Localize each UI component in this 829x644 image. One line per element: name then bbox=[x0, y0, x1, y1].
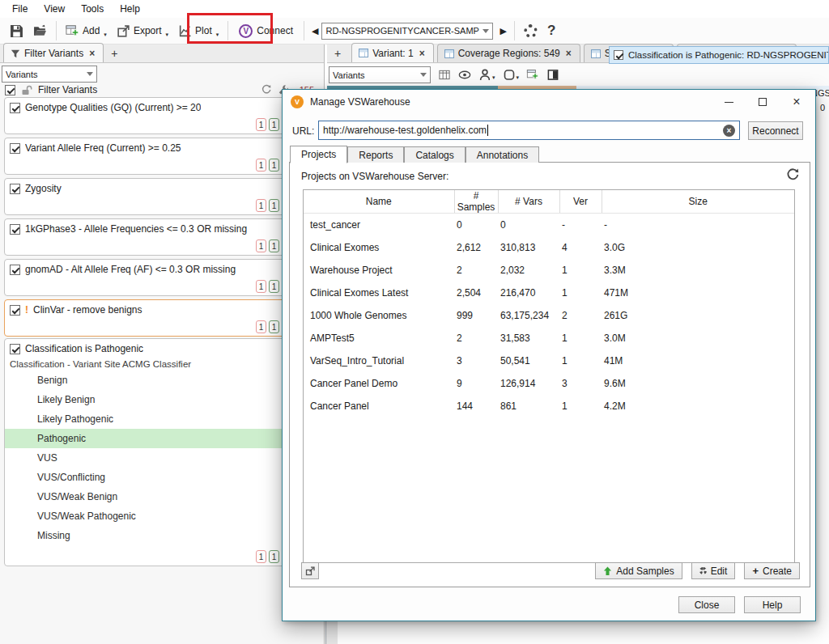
failed-count-badge[interactable]: 1 bbox=[256, 280, 266, 293]
new-tab-button[interactable]: + bbox=[104, 44, 125, 62]
filter-checkbox[interactable] bbox=[10, 224, 20, 235]
panel-tab[interactable]: Coverage Regions: 549 × bbox=[437, 44, 580, 62]
project-row[interactable]: test_cancer 0 0 - - bbox=[304, 214, 794, 236]
passed-count-badge[interactable]: 1 bbox=[269, 159, 279, 172]
failed-count-badge[interactable]: 1 bbox=[256, 239, 266, 252]
filter-checkbox[interactable] bbox=[10, 103, 20, 113]
add-table-icon[interactable] bbox=[526, 69, 539, 81]
contrast-icon[interactable] bbox=[546, 69, 559, 81]
filter-card[interactable]: ! Genotype Qualities (GQ) (Current) >= 2… bbox=[4, 97, 285, 134]
tab-close-icon[interactable]: × bbox=[87, 48, 96, 59]
passed-count-badge[interactable]: 1 bbox=[269, 280, 279, 293]
previous-sample-icon[interactable]: ◀ bbox=[312, 26, 318, 36]
col-header-samples[interactable]: # Samples bbox=[454, 190, 498, 214]
passed-count-badge[interactable]: 1 bbox=[269, 239, 279, 252]
unlock-icon[interactable] bbox=[21, 85, 32, 95]
classifier-filter-card[interactable]: Classification is Pathogenic Classificat… bbox=[4, 338, 285, 566]
open-button[interactable] bbox=[28, 22, 52, 40]
close-button[interactable]: Close bbox=[678, 596, 735, 613]
export-button[interactable]: Export▾ bbox=[112, 22, 173, 40]
help-icon[interactable]: ? bbox=[542, 23, 560, 39]
table-source-selector[interactable]: Variants bbox=[329, 66, 431, 83]
clear-input-icon[interactable]: × bbox=[723, 125, 735, 137]
next-sample-icon[interactable]: ▶ bbox=[500, 26, 506, 36]
filter-master-checkbox[interactable] bbox=[5, 85, 15, 95]
project-row[interactable]: Clinical Exomes 2,612 310,813 4 3.0G bbox=[304, 236, 794, 259]
filter-checkbox[interactable] bbox=[10, 143, 20, 154]
col-header-size[interactable]: Size bbox=[602, 190, 794, 214]
plot-button[interactable]: Plot▾ bbox=[173, 22, 223, 40]
menu-view[interactable]: View bbox=[36, 1, 72, 17]
filter-checkbox[interactable] bbox=[10, 344, 20, 354]
add-samples-button[interactable]: Add Samples bbox=[595, 562, 682, 579]
project-row[interactable]: 1000 Whole Genomes 999 63,175,234 2 261G bbox=[304, 304, 794, 327]
add-button[interactable]: Add▾ bbox=[61, 22, 112, 40]
filter-card[interactable]: ! Zygosity 1 1 bbox=[4, 178, 285, 215]
failed-count-badge[interactable]: 1 bbox=[256, 199, 266, 212]
refresh-projects-icon[interactable] bbox=[785, 167, 800, 182]
minimize-button[interactable] bbox=[715, 92, 742, 112]
project-row[interactable]: Warehouse Project 2 2,032 1 3.3M bbox=[304, 259, 794, 282]
filter-card[interactable]: ! ClinVar - remove benigns 1 1 bbox=[4, 299, 285, 337]
menu-help[interactable]: Help bbox=[113, 1, 147, 17]
project-row[interactable]: Cancer Panel Demo 9 126,914 3 9.6M bbox=[304, 372, 794, 395]
maximize-button[interactable] bbox=[749, 92, 776, 112]
save-button[interactable] bbox=[5, 22, 28, 40]
project-row[interactable]: VarSeq_Intro_Tutorial 3 50,541 1 41M bbox=[304, 350, 794, 372]
dialog-tab-catalogs[interactable]: Catalogs bbox=[404, 146, 465, 163]
passed-count-badge[interactable]: 1 bbox=[269, 199, 279, 212]
dialog-title-bar[interactable]: V Manage VSWarehouse × bbox=[283, 90, 815, 114]
filter-card[interactable]: ! 1kGPhase3 - Allele Frequencies <= 0.3 … bbox=[4, 218, 285, 256]
url-input[interactable]: http://warehouse-test.goldenhelix.com × bbox=[318, 121, 740, 140]
col-header-ver[interactable]: Ver bbox=[559, 190, 602, 214]
filter-source-selector[interactable]: Variants bbox=[2, 66, 97, 83]
edit-button[interactable]: Edit bbox=[691, 562, 736, 579]
menu-tools[interactable]: Tools bbox=[74, 1, 111, 17]
col-header-vars[interactable]: # Vars bbox=[498, 190, 559, 214]
classification-option[interactable]: VUS/Weak Pathogenic bbox=[5, 506, 284, 526]
filter-checkbox[interactable] bbox=[10, 265, 20, 275]
eye-icon[interactable] bbox=[458, 69, 471, 81]
classification-option[interactable]: VUS/Conflicting bbox=[5, 468, 284, 487]
failed-count-badge[interactable]: 1 bbox=[256, 159, 266, 172]
classification-option[interactable]: Benign bbox=[5, 371, 284, 390]
dialog-tab-annotations[interactable]: Annotations bbox=[466, 146, 539, 163]
active-filter-bar[interactable]: Classification is Pathogenic: RD-NGSPROG… bbox=[609, 46, 829, 64]
sample-selector[interactable]: RD-NGSPROGENITYCANCER-SAMPLE110 bbox=[321, 23, 493, 40]
project-row[interactable]: Clinical Exomes Latest 2,504 216,470 1 4… bbox=[304, 282, 794, 304]
passed-count-badge[interactable]: 1 bbox=[269, 118, 279, 131]
columns-icon[interactable] bbox=[438, 69, 451, 81]
filter-checkbox[interactable] bbox=[10, 305, 20, 316]
classification-option[interactable]: Likely Benign bbox=[5, 390, 284, 409]
passed-count-badge[interactable]: 1 bbox=[269, 320, 279, 333]
classification-option[interactable]: Likely Pathogenic bbox=[5, 409, 284, 429]
filter-bar-checkbox[interactable] bbox=[614, 50, 623, 60]
filter-card[interactable]: ! Variant Allele Freq (Current) >= 0.25 … bbox=[4, 138, 285, 175]
filter-checkbox[interactable] bbox=[10, 184, 20, 194]
classification-option[interactable]: Pathogenic bbox=[5, 429, 284, 448]
refresh-icon[interactable] bbox=[261, 84, 272, 95]
panel-tab[interactable]: Variant: 1 × bbox=[351, 43, 434, 62]
connect-button[interactable]: V Connect bbox=[232, 22, 300, 40]
create-button[interactable]: + Create bbox=[744, 562, 800, 579]
tab-filter-variants[interactable]: Filter Variants × bbox=[3, 43, 104, 62]
reconnect-button[interactable]: Reconnect bbox=[748, 121, 803, 140]
project-row[interactable]: Cancer Panel 144 861 1 4.2M bbox=[304, 395, 794, 417]
shape-tool-button[interactable]: ▾ bbox=[503, 69, 520, 81]
dialog-tab-projects[interactable]: Projects bbox=[290, 146, 347, 163]
failed-count-badge[interactable]: 1 bbox=[256, 320, 266, 333]
close-window-icon[interactable]: × bbox=[783, 92, 810, 112]
failed-count-badge[interactable]: 1 bbox=[256, 118, 266, 131]
project-row[interactable]: AMPTest5 2 31,583 1 3.0M bbox=[304, 327, 794, 350]
filter-card[interactable]: ! gnomAD - Alt Allele Freq (AF) <= 0.3 O… bbox=[4, 259, 285, 296]
sample-view-button[interactable]: ▾ bbox=[478, 69, 495, 81]
tab-close-icon[interactable]: × bbox=[418, 48, 427, 59]
gear-icon[interactable] bbox=[524, 24, 538, 38]
col-header-name[interactable]: Name bbox=[304, 190, 454, 214]
menu-file[interactable]: File bbox=[5, 1, 35, 17]
classification-option[interactable]: VUS bbox=[5, 448, 284, 468]
failed-count-badge[interactable]: 1 bbox=[256, 550, 266, 563]
help-button[interactable]: Help bbox=[744, 596, 801, 613]
new-tab-button[interactable]: + bbox=[327, 44, 348, 62]
passed-count-badge[interactable]: 1 bbox=[269, 550, 279, 563]
